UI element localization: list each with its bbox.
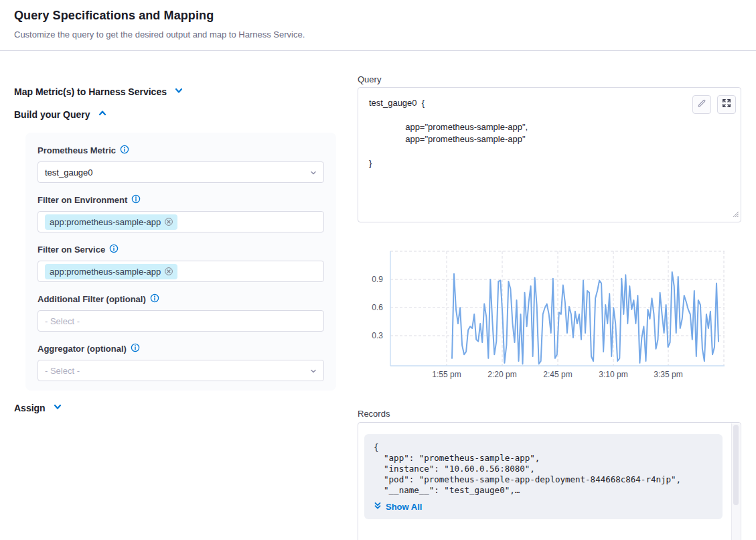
metric-preview-chart: 0.9 0.6 0.3 1:55 pm 2:20 pm 2:45 pm 3:10… bbox=[358, 247, 741, 384]
aggregator-select[interactable] bbox=[37, 360, 324, 381]
section-build-query[interactable]: Build your Query bbox=[14, 108, 108, 121]
chevron-down-icon[interactable] bbox=[52, 401, 63, 414]
filter-service-input[interactable]: app:prometheus-sample-app bbox=[37, 261, 324, 282]
records-label: Records bbox=[358, 409, 390, 419]
expand-query-button[interactable] bbox=[717, 95, 736, 114]
fullscreen-icon bbox=[721, 98, 732, 111]
aggregator-label: Aggregator (optional) bbox=[37, 344, 127, 354]
filter-environment-label: Filter on Environment bbox=[37, 195, 127, 205]
records-panel: { "app": "prometheus-sample-app", "insta… bbox=[358, 422, 741, 540]
section-build-query-label: Build your Query bbox=[14, 109, 90, 120]
section-map-metrics[interactable]: Map Metric(s) to Harness Services bbox=[14, 85, 184, 98]
info-icon[interactable] bbox=[109, 244, 119, 255]
prometheus-metric-select[interactable] bbox=[37, 161, 324, 183]
additional-filter-label: Additional Filter (optional) bbox=[37, 294, 146, 304]
select-chevron-icon[interactable] bbox=[309, 366, 318, 379]
field-filter-environment: Filter on Environment app:prometheus-sam… bbox=[37, 194, 324, 232]
query-specifications-page: Query Specifications and Mapping Customi… bbox=[0, 0, 756, 540]
show-all-link[interactable]: Show All bbox=[373, 501, 422, 513]
x-tick-label: 1:55 pm bbox=[432, 370, 461, 379]
page-header: Query Specifications and Mapping Customi… bbox=[0, 0, 756, 51]
field-aggregator: Aggregator (optional) bbox=[37, 343, 324, 381]
chevron-down-icon[interactable] bbox=[173, 85, 184, 98]
y-tick-label: 0.6 bbox=[372, 303, 383, 312]
prometheus-metric-label: Prometheus Metric bbox=[37, 145, 116, 155]
x-tick-label: 3:35 pm bbox=[654, 370, 682, 379]
pencil-icon bbox=[696, 98, 707, 111]
edit-query-button[interactable] bbox=[692, 95, 711, 114]
filter-environment-input[interactable]: app:prometheus-sample-app bbox=[37, 211, 324, 232]
resize-handle[interactable] bbox=[732, 208, 739, 220]
y-tick-label: 0.9 bbox=[372, 275, 383, 284]
info-icon[interactable] bbox=[131, 343, 140, 354]
show-all-label: Show All bbox=[386, 502, 422, 512]
field-filter-service: Filter on Service app:prometheus-sample-… bbox=[37, 244, 324, 282]
info-icon[interactable] bbox=[131, 194, 141, 206]
query-editor[interactable]: test_gauge0 { app="prometheus-sample-app… bbox=[358, 87, 741, 222]
page-title: Query Specifications and Mapping bbox=[14, 9, 214, 23]
x-tick-label: 2:20 pm bbox=[487, 370, 516, 379]
records-scrollbar[interactable] bbox=[731, 423, 740, 540]
record-item: { "app": "prometheus-sample-app", "insta… bbox=[364, 434, 723, 519]
field-additional-filter: Additional Filter (optional) bbox=[37, 293, 324, 332]
double-chevron-down-icon bbox=[373, 501, 382, 513]
x-tick-label: 2:45 pm bbox=[543, 370, 572, 379]
environment-filter-tag: app:prometheus-sample-app bbox=[45, 214, 177, 230]
info-icon[interactable] bbox=[150, 293, 159, 305]
remove-tag-icon[interactable] bbox=[164, 267, 173, 276]
section-assign[interactable]: Assign bbox=[14, 401, 63, 414]
y-tick-label: 0.3 bbox=[372, 331, 383, 340]
section-map-metrics-label: Map Metric(s) to Harness Services bbox=[14, 86, 167, 97]
prometheus-metric-value[interactable] bbox=[45, 167, 305, 178]
x-tick-label: 3:10 pm bbox=[599, 370, 627, 379]
select-chevron-icon[interactable] bbox=[309, 168, 318, 180]
service-filter-tag-label: app:prometheus-sample-app bbox=[50, 267, 161, 277]
filter-service-label: Filter on Service bbox=[37, 245, 105, 255]
query-text[interactable]: test_gauge0 { app="prometheus-sample-app… bbox=[369, 97, 528, 170]
page-subtitle: Customize the query to get the desired o… bbox=[14, 29, 305, 40]
additional-filter-value[interactable] bbox=[45, 316, 317, 326]
service-filter-tag: app:prometheus-sample-app bbox=[45, 264, 177, 279]
section-assign-label: Assign bbox=[14, 403, 46, 413]
remove-tag-icon[interactable] bbox=[164, 217, 173, 226]
record-json: { "app": "prometheus-sample-app", "insta… bbox=[374, 442, 681, 496]
environment-filter-tag-label: app:prometheus-sample-app bbox=[50, 217, 161, 227]
metric-line bbox=[452, 272, 719, 364]
info-icon[interactable] bbox=[120, 145, 129, 156]
query-label: Query bbox=[358, 74, 381, 84]
additional-filter-input[interactable] bbox=[37, 310, 324, 332]
field-prometheus-metric: Prometheus Metric bbox=[37, 145, 324, 183]
query-builder-panel: Prometheus Metric Filter on Environment bbox=[25, 133, 336, 391]
aggregator-value[interactable] bbox=[45, 366, 305, 376]
chevron-up-icon[interactable] bbox=[97, 108, 108, 121]
